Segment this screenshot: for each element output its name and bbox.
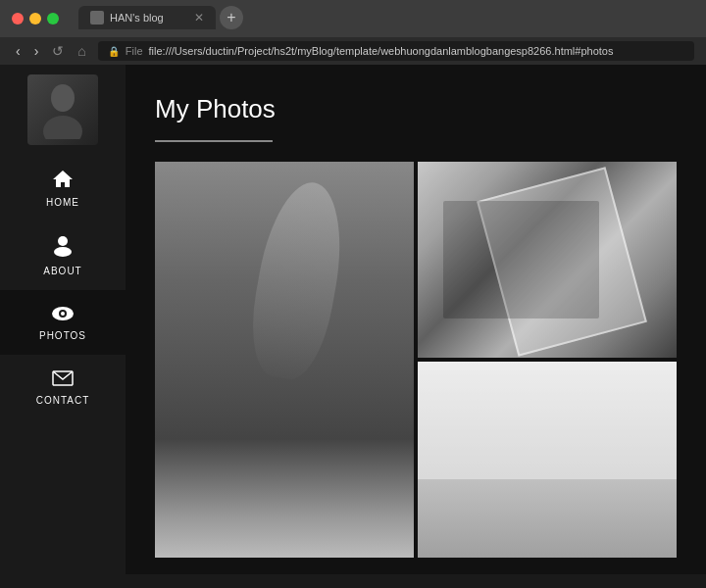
sidebar-item-label-home: HOME — [46, 197, 79, 208]
address-bar: ‹ › ↺ ⌂ 🔒 File file:///Users/ductin/Proj… — [0, 37, 706, 65]
title-underline — [155, 140, 273, 142]
sidebar-item-label-about: ABOUT — [43, 266, 81, 276]
person-icon — [53, 235, 73, 262]
sidebar-item-photos[interactable]: PHOTOS — [0, 290, 126, 355]
traffic-lights — [12, 13, 59, 24]
photo-wedding[interactable] — [418, 162, 677, 358]
svg-point-1 — [43, 116, 82, 139]
close-button[interactable] — [12, 13, 24, 24]
sidebar-item-about[interactable]: ABOUT — [0, 221, 126, 290]
avatar — [27, 74, 98, 145]
svg-point-3 — [58, 236, 68, 246]
photo-sky[interactable] — [418, 362, 677, 558]
minimize-button[interactable] — [29, 13, 41, 24]
tab-title: HAN's blog — [110, 12, 164, 24]
sidebar-item-contact[interactable]: CONTACT — [0, 355, 126, 419]
browser-tab[interactable]: HAN's blog ✕ — [78, 6, 216, 29]
url-text: file:///Users/ductin/Project/hs2t/myBlog… — [149, 45, 614, 57]
main-content: My Photos — [126, 65, 706, 574]
svg-point-7 — [61, 312, 65, 316]
url-bar[interactable]: 🔒 File file:///Users/ductin/Project/hs2t… — [98, 41, 694, 61]
browser-nav-buttons: ‹ › ↺ ⌂ — [12, 41, 90, 61]
envelope-icon — [52, 368, 74, 391]
back-button[interactable]: ‹ — [12, 41, 25, 61]
new-tab-button[interactable]: + — [220, 6, 243, 29]
eye-icon — [51, 304, 75, 326]
home-nav-button[interactable]: ⌂ — [74, 41, 89, 61]
forward-button[interactable]: › — [30, 41, 43, 61]
tab-favicon — [90, 11, 104, 24]
tab-close-button[interactable]: ✕ — [194, 11, 204, 24]
nav-menu: HOME ABOUT — [0, 155, 126, 419]
home-icon — [52, 169, 74, 193]
avatar-image — [27, 74, 98, 145]
lock-icon: 🔒 — [108, 46, 120, 57]
sidebar-item-label-contact: CONTACT — [36, 395, 90, 406]
svg-point-0 — [51, 84, 75, 112]
page-title: My Photos — [155, 94, 677, 124]
sidebar: HOME ABOUT — [0, 65, 126, 574]
svg-marker-2 — [53, 171, 73, 187]
reload-button[interactable]: ↺ — [48, 41, 68, 61]
browser-chrome: HAN's blog ✕ + ‹ › ↺ ⌂ 🔒 File file:///Us… — [0, 0, 706, 65]
tab-bar: HAN's blog ✕ + — [67, 6, 255, 29]
file-label: File — [126, 45, 143, 57]
sidebar-item-label-photos: PHOTOS — [39, 330, 86, 341]
maximize-button[interactable] — [47, 13, 59, 24]
sidebar-item-home[interactable]: HOME — [0, 155, 126, 221]
photo-grid — [155, 162, 677, 558]
website-content: HOME ABOUT — [0, 65, 706, 574]
svg-point-4 — [54, 247, 72, 257]
photo-underwater[interactable] — [155, 162, 414, 558]
title-bar: HAN's blog ✕ + — [0, 0, 706, 37]
